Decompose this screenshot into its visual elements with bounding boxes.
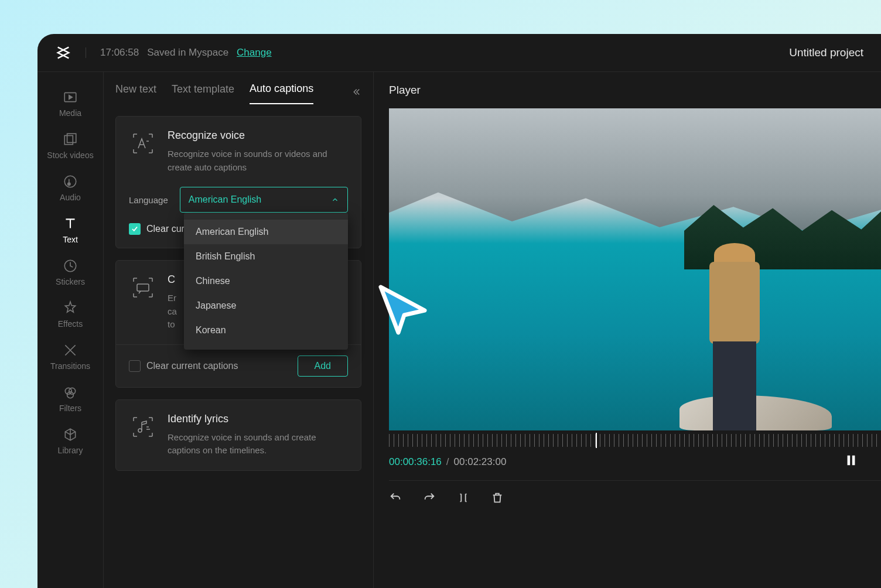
recognize-voice-card: Recognize voice Recognize voice in sound… xyxy=(115,116,361,248)
sidebar-item-media[interactable]: Media xyxy=(37,83,103,125)
pause-button[interactable] xyxy=(845,453,858,471)
sidebar-item-stock-videos[interactable]: Stock videos xyxy=(37,125,103,167)
sidebar-item-label: Audio xyxy=(60,193,81,202)
svg-point-3 xyxy=(64,176,76,187)
save-location: Saved in Myspace xyxy=(147,47,228,59)
player-panel: Player 00:00:36:16 / 00:02:23:00 xyxy=(374,71,881,588)
delete-icon[interactable] xyxy=(491,491,504,504)
sidebar: Media Stock videos Audio Text Stickers E… xyxy=(37,71,103,588)
svg-point-10 xyxy=(138,429,142,432)
sidebar-item-text[interactable]: Text xyxy=(37,209,103,251)
sidebar-item-transitions[interactable]: Transitions xyxy=(37,336,103,378)
language-dropdown-list: American English British English Chinese… xyxy=(184,213,348,350)
tab-new-text[interactable]: New text xyxy=(115,83,156,104)
sidebar-item-label: Text xyxy=(63,235,78,244)
timeline-toolbar xyxy=(389,480,881,515)
sidebar-item-label: Media xyxy=(59,108,81,118)
time-separator: / xyxy=(446,456,449,468)
split-icon[interactable] xyxy=(457,491,470,504)
tab-auto-captions[interactable]: Auto captions xyxy=(250,83,313,104)
language-option[interactable]: Japanese xyxy=(184,293,348,318)
sidebar-item-library[interactable]: Library xyxy=(37,420,103,462)
svg-point-8 xyxy=(67,392,74,398)
lyrics-title: Identify lyrics xyxy=(168,413,348,425)
language-option[interactable]: British English xyxy=(184,244,348,269)
language-option[interactable]: Korean xyxy=(184,318,348,343)
topbar: 17:06:58 Saved in Myspace Change Untitle… xyxy=(37,34,881,71)
svg-rect-2 xyxy=(67,134,76,142)
sidebar-item-stickers[interactable]: Stickers xyxy=(37,251,103,293)
save-time: 17:06:58 xyxy=(100,47,139,59)
svg-rect-1 xyxy=(64,136,73,145)
sidebar-item-effects[interactable]: Effects xyxy=(37,293,103,336)
player-title: Player xyxy=(389,84,881,97)
language-option[interactable]: Chinese xyxy=(184,269,348,293)
svg-rect-9 xyxy=(137,284,149,291)
sidebar-item-filters[interactable]: Filters xyxy=(37,378,103,420)
redo-icon[interactable] xyxy=(423,491,436,504)
captions-desc: Ercato xyxy=(168,292,177,331)
sidebar-item-label: Filters xyxy=(59,404,81,413)
lyrics-desc: Recognize voice in sounds and create cap… xyxy=(168,431,348,457)
identify-lyrics-card: Identify lyrics Recognize voice in sound… xyxy=(115,399,361,471)
svg-point-4 xyxy=(68,183,70,185)
tabs: New text Text template Auto captions xyxy=(104,72,373,104)
chevron-up-icon xyxy=(331,196,339,204)
sidebar-item-label: Effects xyxy=(58,319,83,329)
clear-captions-checkbox[interactable] xyxy=(129,223,141,235)
lyrics-icon xyxy=(129,413,157,441)
timeline-ruler[interactable] xyxy=(389,434,881,447)
left-panel: New text Text template Auto captions Rec… xyxy=(103,71,374,588)
playhead-marker[interactable] xyxy=(596,433,597,448)
captions-title: C xyxy=(168,274,177,286)
video-preview[interactable] xyxy=(389,108,881,430)
check-icon xyxy=(131,225,139,233)
change-link[interactable]: Change xyxy=(237,47,272,59)
language-selected: American English xyxy=(189,194,262,205)
svg-point-7 xyxy=(69,388,76,394)
language-option[interactable]: American English xyxy=(184,220,348,244)
svg-rect-12 xyxy=(852,456,855,466)
caption-icon xyxy=(129,274,157,302)
recognize-voice-desc: Recognize voice in sounds or videos and … xyxy=(168,148,348,174)
clear-captions-checkbox-2[interactable] xyxy=(129,360,141,372)
language-label: Language xyxy=(129,195,168,205)
sidebar-item-label: Stock videos xyxy=(47,151,93,160)
current-time: 00:00:36:16 xyxy=(389,456,442,468)
app-logo[interactable] xyxy=(55,45,71,61)
language-dropdown[interactable]: American English xyxy=(180,187,348,213)
project-title: Untitled project xyxy=(789,46,863,59)
sidebar-item-label: Stickers xyxy=(56,277,85,286)
recognize-voice-icon xyxy=(129,129,157,158)
pause-icon xyxy=(845,453,858,468)
divider xyxy=(86,47,86,58)
undo-icon[interactable] xyxy=(389,491,402,504)
collapse-panel-icon[interactable] xyxy=(351,87,361,100)
app-window: 17:06:58 Saved in Myspace Change Untitle… xyxy=(37,34,881,588)
duration-time: 00:02:23:00 xyxy=(454,456,507,468)
recognize-voice-title: Recognize voice xyxy=(168,129,348,142)
sidebar-item-label: Transitions xyxy=(50,361,90,371)
tab-text-template[interactable]: Text template xyxy=(172,83,234,104)
sidebar-item-audio[interactable]: Audio xyxy=(37,167,103,209)
clear-captions-label-2: Clear current captions xyxy=(146,361,238,371)
add-button[interactable]: Add xyxy=(298,355,348,377)
sidebar-item-label: Library xyxy=(58,446,83,455)
svg-rect-11 xyxy=(848,456,851,466)
